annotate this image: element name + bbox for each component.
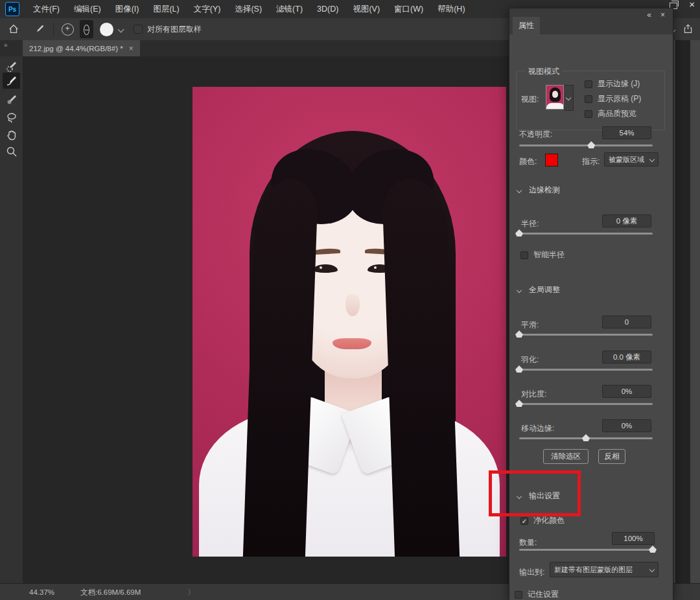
shift-edge-value[interactable]: 0% [602,419,651,432]
smart-radius-checkbox[interactable] [520,251,528,259]
brush-tip-preview[interactable] [100,23,113,36]
menu-help[interactable]: 帮助(H) [430,0,472,18]
expand-dock-icon[interactable]: » [4,41,7,49]
remember-settings-checkbox[interactable] [515,591,522,599]
show-edge-checkbox[interactable] [585,80,592,88]
output-to-dropdown[interactable]: 新建带有图层蒙版的图层 [550,562,659,577]
show-original-label: 显示原稿 (P) [598,93,641,104]
menu-filter[interactable]: 滤镜(T) [269,0,310,18]
indicates-dropdown[interactable]: 被蒙版区域 [604,152,659,167]
remember-settings-row[interactable]: 记住设置 [515,589,559,600]
window-close-icon[interactable]: × [689,0,695,9]
hand-icon [5,128,18,141]
panel-close-icon[interactable]: × [660,10,665,19]
radius-slider[interactable] [519,233,653,235]
shift-edge-slider-thumb[interactable] [582,434,590,441]
smart-radius-label: 智能半径 [533,249,565,260]
menu-edit[interactable]: 编辑(E) [67,0,108,18]
remember-settings-label: 记住设置 [528,589,559,600]
decontaminate-colors-checkbox[interactable]: ✓ [520,517,528,525]
share-export-button[interactable] [682,23,694,37]
show-original-checkbox[interactable] [585,95,592,103]
feather-slider[interactable] [519,369,653,371]
photoshop-logo-icon: Ps [5,2,19,16]
smooth-slider[interactable] [519,334,653,336]
panel-collapse-icon[interactable]: « [647,10,651,19]
contrast-slider[interactable] [519,403,653,405]
section-global-refinements[interactable]: 全局调整 [517,284,560,295]
home-button[interactable] [5,21,22,38]
subtract-from-selection-button[interactable]: − [80,20,93,38]
refine-edge-brush-tool[interactable] [3,73,20,89]
high-quality-preview-row[interactable]: 高品质预览 [585,108,636,119]
opacity-value[interactable]: 54% [602,126,651,139]
decontaminate-colors-row[interactable]: ✓ 净化颜色 [520,515,565,526]
view-thumbnail-button[interactable] [546,85,574,111]
feather-slider-thumb[interactable] [515,365,523,373]
menu-image[interactable]: 图像(I) [108,0,146,18]
radius-value[interactable]: 0 像素 [602,214,651,227]
menu-3d[interactable]: 3D(D) [310,0,345,18]
tab-properties[interactable]: 属性 [513,17,540,34]
menu-window[interactable]: 窗口(W) [387,0,430,18]
zoom-tool[interactable] [3,143,20,159]
amount-value[interactable]: 100% [612,532,655,545]
document-size: 文档:6.69M/6.69M [80,588,141,597]
chevron-down-icon [649,157,655,162]
share-icon [682,23,694,34]
lasso-tool[interactable] [3,109,20,125]
canvas-photo[interactable] [192,87,506,557]
contrast-slider-thumb[interactable] [515,400,523,407]
color-swatch[interactable] [545,154,558,167]
radius-label: 半径: [521,218,539,229]
indicates-label: 指示: [582,156,600,167]
smooth-value[interactable]: 0 [602,316,651,329]
plus-circle-icon: + [62,23,74,36]
feather-value[interactable]: 0.0 像素 [602,351,651,363]
contrast-value[interactable]: 0% [602,385,651,398]
brush-tool[interactable] [3,91,20,108]
show-original-row[interactable]: 显示原稿 (P) [585,93,641,104]
refine-edge-brush-icon [5,75,18,87]
shift-edge-slider[interactable] [519,437,653,439]
global-refinements-title: 全局调整 [529,284,560,295]
add-to-selection-button[interactable]: + [59,21,76,38]
amount-slider[interactable] [519,549,653,551]
red-highlight-annotation [489,470,581,516]
high-quality-preview-checkbox[interactable] [585,110,592,118]
radius-slider-thumb[interactable] [515,229,523,237]
menu-layer[interactable]: 图层(L) [146,0,186,18]
hand-tool[interactable] [3,126,20,143]
shift-edge-row: 移动边缘: 0% [509,417,673,445]
high-quality-preview-label: 高品质预览 [598,108,636,119]
chevron-down-icon [517,187,522,192]
status-chevron-icon[interactable]: 〉 [187,588,195,597]
invert-button[interactable]: 反相 [598,449,625,464]
chevron-down-icon [566,95,571,100]
brush-tool-icon [5,93,18,106]
sample-all-layers-checkbox[interactable] [134,25,143,34]
opacity-slider[interactable] [519,144,653,146]
menu-type[interactable]: 文字(Y) [187,0,228,18]
clear-selection-button[interactable]: 清除选区 [543,449,589,464]
opacity-slider-thumb[interactable] [587,141,595,148]
amount-slider-thumb[interactable] [649,546,657,553]
smooth-slider-thumb[interactable] [515,330,523,338]
chevron-down-icon [517,287,522,292]
tool-column [0,56,23,583]
chevron-down-icon[interactable] [118,26,124,32]
opacity-label: 不透明度: [519,129,552,140]
menu-file[interactable]: 文件(F) [26,0,67,18]
menu-view[interactable]: 视图(V) [345,0,387,18]
menu-select[interactable]: 选择(S) [228,0,269,18]
document-tab-title: 212.jpg @ 44.4%(RGB/8#) * [29,45,123,52]
document-tab[interactable]: 212.jpg @ 44.4%(RGB/8#) * × [23,40,140,56]
view-label: 视图: [521,94,539,105]
smart-radius-row[interactable]: 智能半径 [520,249,565,260]
show-edge-row[interactable]: 显示边缘 (J) [585,78,640,89]
quick-selection-icon [5,60,18,73]
section-edge-detection[interactable]: 边缘检测 [517,185,560,196]
tab-close-icon[interactable]: × [129,44,134,53]
zoom-level[interactable]: 44.37% [29,588,54,596]
brush-options-button[interactable] [31,21,48,38]
